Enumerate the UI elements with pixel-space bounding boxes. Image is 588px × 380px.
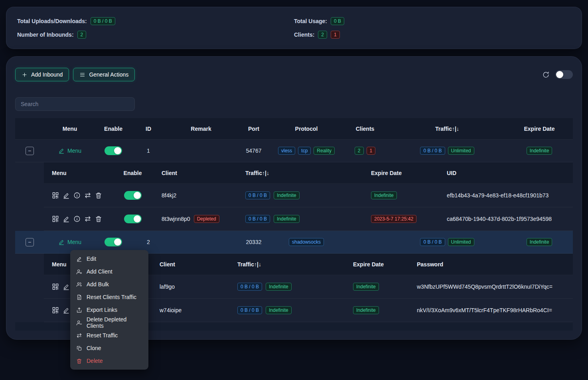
protocol-badge: shadowsocks <box>289 238 324 246</box>
menu-item-delete[interactable]: Delete <box>70 354 148 367</box>
inbound-menu-label: Menu <box>67 239 81 245</box>
menu-item-add-client[interactable]: Add Client <box>70 265 148 278</box>
col-menu: Menu <box>44 170 112 176</box>
client-enable-toggle[interactable] <box>124 215 142 223</box>
stat-total-uploads-downloads: Total Uploads/Downloads: 0 B / 0 B <box>17 17 294 26</box>
client-row: 8t3wjnn8p0 Depleted 0 B / 0 B Indefinite… <box>44 207 573 231</box>
client-enable-toggle[interactable] <box>124 191 142 200</box>
menu-item-clone[interactable]: Clone <box>70 342 148 354</box>
col-remark: Remark <box>166 126 236 132</box>
inbound-menu-button[interactable]: Menu <box>58 239 81 245</box>
client-name: w74ioipe <box>160 307 182 313</box>
col-client: Client <box>152 261 229 268</box>
client-password: nkV/I/3XoAm9v6xMT/T5lcrF4TpeTKF98rHARbRo… <box>417 307 552 313</box>
menu-item-add-bulk[interactable]: Add Bulk <box>70 278 148 291</box>
delete-client-icon[interactable] <box>95 192 102 199</box>
expire-badge: 2023-5-7 17:25:42 <box>371 215 416 223</box>
general-actions-button[interactable]: General Actions <box>73 68 135 81</box>
clients-subtable-1-header: Menu Enable Client Traffic↑|↓ Expire Dat… <box>44 162 573 184</box>
expire-badge: Indefinite <box>527 147 552 155</box>
cell-port: 54767 <box>236 148 271 154</box>
menu-item-delete-depleted-clients[interactable]: Delete Depleted Clients <box>70 316 148 329</box>
expire-badge: Indefinite <box>371 191 397 199</box>
delete-depleted-clients-icon <box>76 320 82 326</box>
traffic-limit-badge: Indefinite <box>274 215 300 223</box>
col-enable: Enable <box>112 170 154 176</box>
col-traffic-sort[interactable]: Traffic↑|↓ <box>229 261 345 268</box>
inbound-menu-button[interactable]: Menu <box>58 148 81 154</box>
cell-traffic: 0 B / 0 B Unlimited <box>389 238 506 246</box>
stat-value-uploads-downloads: 0 B / 0 B <box>91 17 115 25</box>
menu-item-label: Clone <box>87 345 101 351</box>
cell-clients: 2 1 <box>341 147 389 155</box>
stat-total-usage: Total Usage: 0 B <box>294 17 571 26</box>
dark-mode-toggle[interactable] <box>555 70 573 79</box>
traffic-badge: 0 B / 0 B <box>245 215 270 223</box>
traffic-badge: 0 B / 0 B <box>420 238 445 246</box>
collapse-row-button[interactable]: − <box>26 147 34 155</box>
reset-traffic-icon <box>76 333 82 339</box>
client-actions <box>44 192 112 199</box>
delete-client-icon[interactable] <box>95 215 102 222</box>
cell-expire: Indefinite <box>506 238 573 246</box>
info-icon[interactable] <box>73 215 81 222</box>
traffic-badge: 0 B / 0 B <box>245 191 270 199</box>
traffic-badge: 0 B / 0 B <box>237 283 262 291</box>
menu-item-reset-traffic[interactable]: Reset Traffic <box>70 329 148 342</box>
client-uid: ca68470b-1940-437d-802b-1f9573e94598 <box>447 216 552 222</box>
inbound-enable-toggle[interactable] <box>105 146 122 155</box>
col-enable: Enable <box>96 126 131 132</box>
qrcode-icon[interactable] <box>52 215 59 222</box>
traffic-limit-badge: Indefinite <box>274 191 300 199</box>
expire-badge: Indefinite <box>353 306 379 314</box>
expire-badge: Indefinite <box>527 238 552 246</box>
reset-client-traffic-icon[interactable] <box>84 192 91 199</box>
stat-value-clients-depleted: 1 <box>331 31 340 39</box>
col-traffic-sort[interactable]: Traffic↑|↓ <box>237 170 363 176</box>
stat-number-of-inbounds: Number of Inbounds: 2 <box>17 30 294 39</box>
menu-item-export-links[interactable]: Export Links <box>70 303 148 316</box>
clients-subtable-1: Menu Enable Client Traffic↑|↓ Expire Dat… <box>44 162 573 231</box>
edit-client-icon[interactable] <box>63 215 70 222</box>
inbound-table-header: Menu Enable ID Remark Port Protocol Clie… <box>15 118 573 140</box>
add-inbound-label: Add Inbound <box>31 71 63 78</box>
traffic-limit-badge: Unlimited <box>448 238 474 246</box>
menu-item-reset-clients-traffic[interactable]: Reset Clients Traffic <box>70 291 148 303</box>
traffic-limit-badge: Indefinite <box>266 283 292 291</box>
inbound-context-menu: Edit Add Client Add Bulk Reset Clients T… <box>70 250 148 370</box>
reset-client-traffic-icon[interactable] <box>84 215 91 222</box>
qrcode-icon[interactable] <box>52 283 59 290</box>
refresh-icon[interactable] <box>542 71 550 79</box>
stat-value-total-usage: 0 B <box>331 17 344 25</box>
menu-item-edit[interactable]: Edit <box>70 252 148 265</box>
protocol-badge: vless <box>278 147 295 155</box>
traffic-limit-badge: Unlimited <box>448 147 474 155</box>
col-id: ID <box>131 126 166 132</box>
edit-client-icon[interactable] <box>63 307 70 314</box>
col-expire-date: Expire Date <box>363 170 439 176</box>
stat-clients: Clients: 2 1 <box>294 30 571 39</box>
general-actions-label: General Actions <box>89 71 128 78</box>
info-icon[interactable] <box>73 192 81 199</box>
clients-depleted-badge: 1 <box>367 147 376 155</box>
edit-client-icon[interactable] <box>63 192 70 199</box>
stat-value-inbounds: 2 <box>77 31 87 39</box>
edit-icon <box>58 239 65 245</box>
menu-item-label: Delete <box>87 358 103 364</box>
reset-clients-traffic-icon <box>76 294 82 300</box>
collapse-row-button[interactable]: − <box>26 238 34 246</box>
qrcode-icon[interactable] <box>52 307 59 314</box>
traffic-badge: 0 B / 0 B <box>420 147 445 155</box>
expire-badge: Indefinite <box>353 283 379 291</box>
edit-client-icon[interactable] <box>63 283 70 290</box>
qrcode-icon[interactable] <box>52 192 59 199</box>
toolbar: Add Inbound General Actions <box>15 68 573 81</box>
col-protocol: Protocol <box>271 126 341 132</box>
clients-active-badge: 2 <box>355 147 364 155</box>
search-input[interactable] <box>15 97 135 111</box>
menu-item-label: Delete Depleted Clients <box>87 316 142 329</box>
col-traffic-sort[interactable]: Traffic↑|↓ <box>389 126 506 132</box>
add-inbound-button[interactable]: Add Inbound <box>15 68 69 81</box>
client-password: w3NfbzUPf5WWd745Q8pvsmQrdrttT2lO6knuI7Di… <box>417 284 552 290</box>
inbound-enable-toggle[interactable] <box>105 238 122 246</box>
